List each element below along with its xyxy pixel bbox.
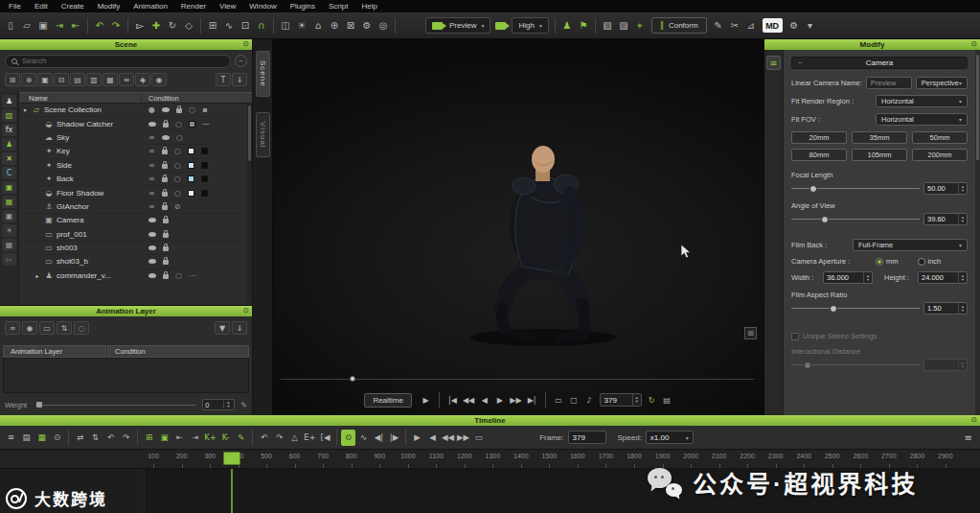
more-options-icon[interactable]: ▾ [803, 17, 818, 35]
fit-fov-select[interactable]: Horizontal [876, 113, 968, 126]
pan-back-icon[interactable]: ↶ [103, 430, 118, 446]
pan-forward-icon[interactable]: ↷ [119, 430, 133, 446]
goto-prev-key-icon[interactable]: ⇤ [172, 430, 187, 446]
lock-icon[interactable] [162, 164, 168, 169]
export-keys-icon[interactable]: E+ [303, 430, 317, 446]
lock-icon[interactable] [163, 233, 169, 238]
tree-scrollbar[interactable] [247, 104, 252, 303]
clip-editor-icon[interactable]: ⊙ [50, 430, 64, 446]
condition-dash-icon[interactable]: — [202, 120, 210, 128]
link-layer-icon[interactable]: ∞ [5, 321, 20, 335]
add-collection-icon[interactable]: ⊞ [5, 73, 20, 86]
color-swatch[interactable] [188, 162, 194, 169]
modify-panel-header[interactable]: Modify [764, 39, 980, 50]
snap-curve-icon[interactable]: ∿ [221, 17, 237, 35]
condition-square-icon[interactable]: ▪ [202, 105, 207, 114]
show-all-icon[interactable]: ◉ [151, 73, 167, 86]
filter-select-icon[interactable]: ▻ [2, 253, 16, 266]
export-icon[interactable]: ⇤ [68, 17, 83, 35]
focal-preset-button-200mm[interactable]: 200mm [912, 149, 968, 161]
timeline-header[interactable]: Timeline [0, 415, 980, 426]
tl-reverse-icon[interactable]: ◀ [425, 430, 440, 446]
cloth-icon[interactable]: ▨ [616, 17, 631, 35]
angle-of-view-slider[interactable] [791, 213, 920, 225]
layers-menu-icon[interactable]: ≡ [4, 430, 18, 446]
sliders-icon[interactable] [766, 56, 781, 70]
timeline-playhead[interactable] [223, 452, 240, 465]
tree-row[interactable]: ⚓GIAnchor∞⊘ [19, 200, 246, 214]
visibility-eye-icon[interactable] [148, 245, 156, 250]
aperture-inch-radio[interactable]: inch [918, 257, 942, 266]
step-forward-icon[interactable]: |▶ [387, 430, 401, 446]
new-scene-icon[interactable]: ▯ [3, 17, 18, 35]
import-icon[interactable]: ⇥ [52, 17, 67, 35]
prev-frame-icon[interactable]: ◀ [479, 396, 490, 405]
animation-layer-list[interactable] [3, 358, 249, 393]
condition-circle-icon[interactable]: ○ [175, 271, 182, 280]
audio-wave-icon[interactable]: ∿ [356, 430, 371, 446]
lock-icon[interactable] [176, 108, 182, 113]
slider-knob[interactable] [36, 402, 42, 408]
visibility-eye-icon[interactable] [162, 135, 170, 140]
home-view-icon[interactable]: ⌂ [310, 17, 326, 35]
focal-preset-button-50mm[interactable]: 50mm [912, 131, 968, 144]
timeline-options-icon[interactable] [965, 432, 976, 443]
menu-item-plugins[interactable]: Plugins [284, 0, 322, 12]
viewport-layout-icon[interactable]: ◫ [278, 17, 293, 35]
isolate-icon[interactable]: ◈ [135, 73, 150, 86]
trim-in-icon[interactable]: [◀ [318, 430, 332, 446]
tree-row[interactable]: ☁Sky∞○ [19, 131, 246, 145]
tree-row[interactable]: ✦Side∞○ [19, 159, 246, 173]
prev-keyframe-icon[interactable]: ◀◀ [463, 396, 474, 405]
annotation-icon[interactable]: ▢ [569, 396, 580, 405]
slider-knob[interactable] [809, 185, 817, 193]
measure-icon[interactable]: ⊿ [743, 17, 759, 35]
visibility-eye-icon[interactable] [148, 122, 156, 127]
solo-layer-icon[interactable]: ◉ [22, 321, 37, 335]
next-keyframe-icon[interactable]: ▶▶ [510, 396, 521, 405]
spinner-arrows-icon[interactable] [958, 303, 967, 314]
flat-list-icon[interactable]: ≡ [119, 73, 134, 86]
menu-item-create[interactable]: Create [55, 0, 91, 12]
panel-options-icon[interactable] [242, 306, 249, 315]
light-icon[interactable]: ☀ [294, 17, 309, 35]
column-header-condition[interactable]: Condition [107, 345, 249, 358]
lock-icon[interactable] [163, 260, 169, 265]
panel-options-icon[interactable] [970, 39, 977, 48]
condition-circle-icon[interactable]: ○ [176, 133, 183, 142]
filter-avatars-icon[interactable]: ♟ [2, 138, 16, 151]
ghost-layer-icon[interactable]: ◌ [74, 321, 89, 335]
focal-length-input[interactable]: 50.00 [923, 182, 968, 195]
step-back-icon[interactable]: ◀| [372, 430, 386, 446]
condition-dot-icon[interactable]: ● [148, 105, 155, 114]
condition-circle-icon[interactable]: ○ [174, 161, 181, 170]
filter-deleted-icon[interactable]: ✕ [2, 152, 16, 165]
character-model[interactable] [436, 130, 656, 361]
camera-type-select[interactable]: Perspective [916, 77, 968, 89]
color-swatch[interactable] [201, 148, 208, 154]
lock-icon[interactable] [162, 177, 168, 182]
tl-stop-icon[interactable]: ▭ [471, 430, 486, 446]
animation-layer-header[interactable]: Animation Layer [0, 306, 252, 316]
camera-section-header[interactable]: Camera [791, 57, 968, 69]
redo-keys-icon[interactable]: ↷ [272, 430, 286, 446]
filter-grid-icon[interactable]: ▦ [2, 239, 16, 251]
tree-row[interactable]: ✦Back∞○ [19, 173, 246, 186]
character-icon[interactable]: ♟ [559, 17, 575, 35]
lock-icon[interactable] [163, 246, 169, 251]
tree-row[interactable]: ▾▱Scene Collection●○▪ [19, 104, 246, 117]
visibility-eye-icon[interactable] [148, 232, 156, 237]
tree-row[interactable]: ▭sh003 [19, 242, 246, 255]
interaxial-distance-input[interactable] [923, 359, 968, 371]
visibility-eye-icon[interactable] [162, 107, 170, 112]
open-scene-icon[interactable]: ▱ [19, 17, 34, 35]
menu-item-animation[interactable]: Animation [126, 0, 174, 12]
video-camera-icon[interactable] [493, 17, 509, 35]
mute-layer-icon[interactable]: ▭ [39, 321, 55, 335]
color-swatch[interactable] [189, 121, 195, 128]
viewport-expand-icon[interactable] [744, 327, 757, 339]
redo-icon[interactable]: ↷ [108, 17, 124, 35]
color-swatch[interactable] [188, 148, 194, 154]
tab-scene[interactable]: Scene [256, 51, 270, 97]
merge-layer-icon[interactable]: ⇅ [57, 321, 72, 335]
